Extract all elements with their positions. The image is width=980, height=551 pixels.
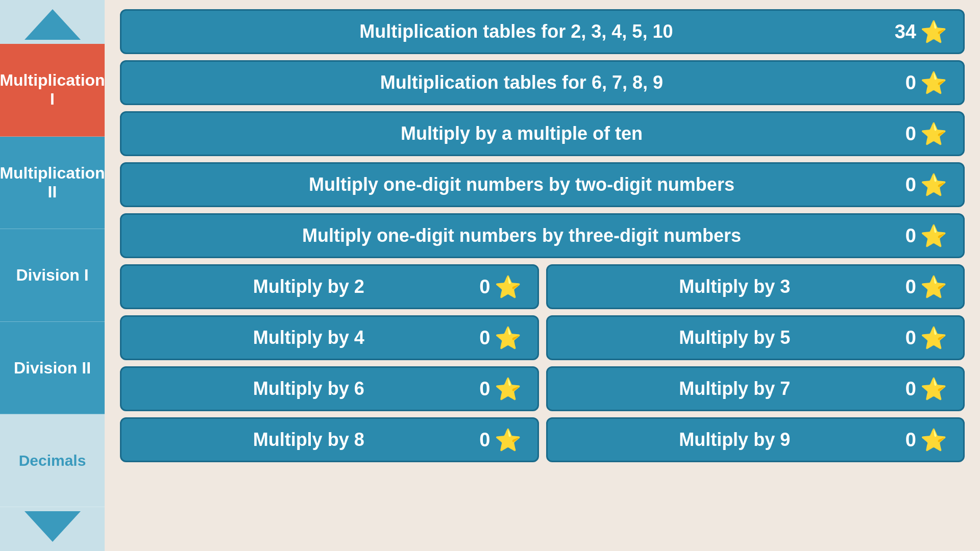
- lesson-btn-multiply-by-9[interactable]: Multiply by 9 0 ⭐: [546, 417, 965, 462]
- score-area: 0 ⭐: [905, 121, 947, 146]
- score-value: 0: [905, 174, 916, 196]
- score-area: 0 ⭐: [905, 172, 947, 197]
- score-area: 0 ⭐: [479, 377, 521, 402]
- score-value: 0: [905, 327, 916, 349]
- lesson-btn-multiply-by-3[interactable]: Multiply by 3 0 ⭐: [546, 264, 965, 309]
- lesson-btn-multiply-multiple-ten[interactable]: Multiply by a multiple of ten 0 ⭐: [120, 111, 965, 156]
- lesson-btn-mult-tables-2345[interactable]: Multiplication tables for 2, 3, 4, 5, 10…: [120, 9, 965, 54]
- star-icon: ⭐: [920, 428, 947, 453]
- lesson-btn-mult-tables-6789[interactable]: Multiplication tables for 6, 7, 8, 9 0 ⭐: [120, 60, 965, 105]
- lesson-label: Multiply one-digit numbers by two-digit …: [138, 174, 905, 195]
- score-area: 0 ⭐: [479, 274, 521, 299]
- lesson-label: Multiplication tables for 6, 7, 8, 9: [138, 72, 905, 93]
- star-icon: ⭐: [920, 19, 947, 44]
- lesson-btn-multiply-by-2[interactable]: Multiply by 2 0 ⭐: [120, 264, 539, 309]
- lesson-label: Multiply by 8: [138, 429, 479, 450]
- lesson-label: Multiplication tables for 2, 3, 4, 5, 10: [138, 21, 895, 42]
- lesson-label: Multiply by 2: [138, 276, 479, 297]
- score-value: 0: [905, 378, 916, 400]
- sidebar-scroll-down[interactable]: [24, 511, 81, 542]
- star-icon: ⭐: [920, 70, 947, 95]
- sidebar-item-label: Decimals: [19, 452, 86, 469]
- score-value: 34: [895, 21, 916, 43]
- score-area: 0 ⭐: [905, 428, 947, 453]
- lesson-label: Multiply by 9: [564, 429, 905, 450]
- lesson-label: Multiply by 4: [138, 327, 479, 348]
- star-icon: ⭐: [920, 121, 947, 146]
- score-value: 0: [905, 225, 916, 247]
- lesson-btn-multiply-by-7[interactable]: Multiply by 7 0 ⭐: [546, 366, 965, 411]
- star-icon: ⭐: [920, 325, 947, 350]
- sidebar-item-label: Multiplication II: [0, 164, 105, 202]
- pair-row-6-7: Multiply by 6 0 ⭐ Multiply by 7 0 ⭐: [120, 366, 965, 411]
- star-icon: ⭐: [920, 223, 947, 248]
- sidebar-item-multiplication-ii[interactable]: Multiplication II: [0, 137, 105, 230]
- pair-row-4-5: Multiply by 4 0 ⭐ Multiply by 5 0 ⭐: [120, 315, 965, 360]
- score-area: 0 ⭐: [905, 223, 947, 248]
- lesson-label: Multiply by 3: [564, 276, 905, 297]
- lesson-label: Multiply by 5: [564, 327, 905, 348]
- score-area: 0 ⭐: [905, 70, 947, 95]
- score-value: 0: [479, 327, 490, 349]
- score-value: 0: [479, 276, 490, 298]
- star-icon: ⭐: [495, 325, 521, 350]
- sidebar-item-decimals[interactable]: Decimals: [0, 414, 105, 507]
- star-icon: ⭐: [495, 274, 521, 299]
- score-area: 34 ⭐: [895, 19, 947, 44]
- score-value: 0: [905, 429, 916, 451]
- sidebar-scroll-up[interactable]: [24, 9, 81, 40]
- pair-row-8-9: Multiply by 8 0 ⭐ Multiply by 9 0 ⭐: [120, 417, 965, 462]
- lesson-btn-multiply-by-6[interactable]: Multiply by 6 0 ⭐: [120, 366, 539, 411]
- lesson-btn-multiply-by-8[interactable]: Multiply by 8 0 ⭐: [120, 417, 539, 462]
- star-icon: ⭐: [495, 428, 521, 453]
- score-area: 0 ⭐: [905, 325, 947, 350]
- sidebar: Multiplication I Multiplication II Divis…: [0, 0, 105, 551]
- score-value: 0: [905, 123, 916, 145]
- sidebar-item-label: Division I: [16, 266, 88, 285]
- score-area: 0 ⭐: [905, 377, 947, 402]
- sidebar-item-label: Division II: [14, 359, 91, 378]
- star-icon: ⭐: [920, 274, 947, 299]
- star-icon: ⭐: [920, 377, 947, 402]
- score-area: 0 ⭐: [479, 325, 521, 350]
- score-area: 0 ⭐: [905, 274, 947, 299]
- lesson-label: Multiply one-digit numbers by three-digi…: [138, 225, 905, 246]
- sidebar-item-multiplication-i[interactable]: Multiplication I: [0, 44, 105, 137]
- score-value: 0: [905, 276, 916, 298]
- star-icon: ⭐: [920, 172, 947, 197]
- star-icon: ⭐: [495, 377, 521, 402]
- score-value: 0: [479, 429, 490, 451]
- lesson-btn-multiply-by-4[interactable]: Multiply by 4 0 ⭐: [120, 315, 539, 360]
- main-content: Multiplication tables for 2, 3, 4, 5, 10…: [105, 0, 980, 551]
- lesson-btn-multiply-one-two[interactable]: Multiply one-digit numbers by two-digit …: [120, 162, 965, 207]
- sidebar-nav: Multiplication I Multiplication II Divis…: [0, 44, 105, 507]
- score-value: 0: [479, 378, 490, 400]
- sidebar-item-division-i[interactable]: Division I: [0, 229, 105, 322]
- sidebar-item-division-ii[interactable]: Division II: [0, 322, 105, 415]
- score-area: 0 ⭐: [479, 428, 521, 453]
- lesson-btn-multiply-one-three[interactable]: Multiply one-digit numbers by three-digi…: [120, 213, 965, 258]
- lesson-btn-multiply-by-5[interactable]: Multiply by 5 0 ⭐: [546, 315, 965, 360]
- lesson-label: Multiply by 6: [138, 378, 479, 399]
- pair-row-2-3: Multiply by 2 0 ⭐ Multiply by 3 0 ⭐: [120, 264, 965, 309]
- lesson-label: Multiply by 7: [564, 378, 905, 399]
- score-value: 0: [905, 72, 916, 94]
- sidebar-item-label: Multiplication I: [0, 71, 105, 109]
- lesson-label: Multiply by a multiple of ten: [138, 123, 905, 144]
